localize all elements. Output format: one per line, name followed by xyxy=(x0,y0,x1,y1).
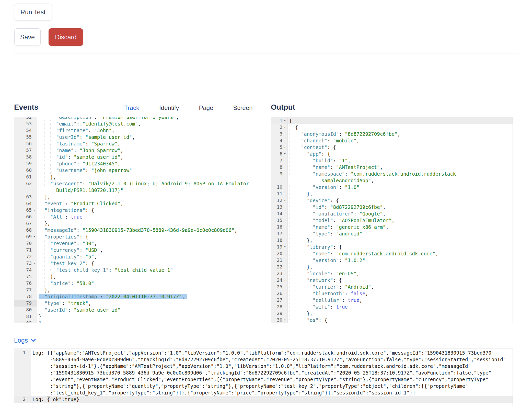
json-atom: false xyxy=(351,291,365,296)
code-text: Log: {"ok":true} xyxy=(31,396,513,403)
indent-guide xyxy=(39,267,44,273)
logs-editor[interactable]: 1Log: [{"appName":"AMTestProject","appVe… xyxy=(14,348,513,407)
json-string: "USD" xyxy=(85,247,100,253)
line-number: 3 xyxy=(271,131,282,137)
code-token: : xyxy=(79,134,85,140)
tab-screen[interactable]: Screen xyxy=(233,104,253,111)
fold-arrow-icon[interactable]: ▾ xyxy=(32,233,37,240)
indent-guide xyxy=(307,171,313,177)
indent-guide xyxy=(39,273,44,280)
logs-toggle[interactable]: Logs xyxy=(14,337,36,344)
code-line: 21"version": "1.0.2" xyxy=(271,257,513,264)
json-key: "integrations" xyxy=(44,207,85,213)
fold-arrow-icon[interactable]: ▾ xyxy=(32,260,37,267)
line-number: 69 xyxy=(14,233,32,240)
fold-arrow-icon[interactable]: ▾ xyxy=(282,197,287,204)
code-line: 14"manufacturer": "Google", xyxy=(271,210,513,217)
line-number: 14 xyxy=(271,210,282,217)
editor-gutter: 79 xyxy=(14,300,37,307)
indent-guide xyxy=(295,237,301,244)
indent-guide xyxy=(295,164,301,171)
line-number: 65 xyxy=(14,207,32,213)
output-json-editor[interactable]: 1▾[2▾{3"anonymousId": "8d872292709c6fbe"… xyxy=(271,117,513,323)
events-panel-header: Events TrackIdentifyPageScreen xyxy=(14,103,258,114)
indent-guide xyxy=(289,270,295,277)
code-token: [ xyxy=(289,118,292,123)
editor-gutter: 61 xyxy=(14,174,37,180)
fold-arrow-icon[interactable]: ▾ xyxy=(282,244,287,250)
fold-arrow-icon[interactable]: ▾ xyxy=(282,117,287,124)
code-token: , xyxy=(397,131,400,137)
indent-guide xyxy=(39,134,44,140)
code-token: }, xyxy=(307,191,313,197)
fold-arrow-icon[interactable]: ▾ xyxy=(32,207,37,213)
code-token: : xyxy=(330,271,336,276)
save-button[interactable]: Save xyxy=(14,28,41,46)
discard-button[interactable]: Discard xyxy=(49,28,83,46)
line-number: 27 xyxy=(271,297,282,303)
code-token: }, xyxy=(307,264,313,270)
editor-gutter: 60 xyxy=(14,167,37,174)
indent-guide xyxy=(289,164,295,171)
editor-gutter: 57 xyxy=(14,147,37,154)
fold-arrow-icon[interactable]: ▾ xyxy=(282,151,287,157)
fold-arrow-icon[interactable]: ▾ xyxy=(282,317,287,323)
code-text: "id": "sample_user_id", xyxy=(37,154,258,160)
code-token: , xyxy=(100,247,103,253)
text-cursor xyxy=(80,397,80,402)
code-text: "description": "Premium user for 5 years… xyxy=(37,117,258,120)
json-key: "device" xyxy=(307,198,330,203)
code-token: , xyxy=(348,158,351,163)
code-line: 75}, xyxy=(14,273,258,280)
code-text: "userId": "sample_user_id", xyxy=(37,134,258,140)
code-line: 2Log: {"ok":true} xyxy=(14,396,513,403)
code-token: : xyxy=(71,280,77,286)
indent-guide xyxy=(39,227,44,233)
editor-gutter: 1▾ xyxy=(271,117,288,124)
code-text: "cellular": true, xyxy=(288,297,513,303)
code-token: , xyxy=(435,251,438,256)
indent-guide xyxy=(295,257,301,264)
indent-guide xyxy=(39,117,44,120)
json-string: "1590431830915-73bed370-5889-436d-9a9e-0… xyxy=(83,227,235,233)
indent-guide xyxy=(301,217,307,224)
json-key: "userId" xyxy=(44,307,68,313)
code-text: "library": { xyxy=(288,244,513,250)
indent-guide xyxy=(289,131,295,137)
run-test-button[interactable]: Run Test xyxy=(14,4,52,20)
tab-identify[interactable]: Identify xyxy=(159,104,179,111)
editor-gutter: 27 xyxy=(271,297,288,303)
editor-gutter: 74 xyxy=(14,267,37,273)
code-line: 66"All": true xyxy=(14,213,258,220)
indent-guide xyxy=(50,267,56,273)
fold-arrow-icon[interactable]: ▾ xyxy=(282,144,287,151)
fold-arrow-icon[interactable]: ▾ xyxy=(282,124,287,131)
indent-guide xyxy=(301,157,307,164)
line-number: 55 xyxy=(14,134,32,140)
code-token: : xyxy=(100,294,106,299)
code-line: 27"cellular": true, xyxy=(271,297,513,303)
fold-arrow-icon[interactable]: ▾ xyxy=(282,277,287,284)
json-key: "name" xyxy=(56,148,74,153)
editor-gutter: 11 xyxy=(271,190,288,197)
indent-guide xyxy=(289,257,295,264)
indent-guide xyxy=(39,307,44,313)
code-line: 65▾"integrations": { xyxy=(14,207,258,213)
code-token: :"session-id-1"},{"appName":"AMTestProje… xyxy=(32,363,471,369)
json-key: "wifi" xyxy=(313,304,330,310)
code-text: "manufacturer": "Google", xyxy=(288,210,513,217)
indent-guide xyxy=(44,117,50,120)
tab-page[interactable]: Page xyxy=(199,104,213,111)
code-text: }, xyxy=(37,220,258,227)
editor-gutter: 2▾ xyxy=(271,124,288,131)
code-token: }, xyxy=(44,194,50,200)
line-number: 10 xyxy=(271,184,282,190)
chevron-down-icon xyxy=(30,338,36,342)
events-json-editor[interactable]: 52"description": "Premium user for 5 yea… xyxy=(14,117,258,323)
indent-guide xyxy=(295,230,301,237)
code-line: 20"name": "com.rudderstack.android.sdk.c… xyxy=(271,250,513,257)
json-key: "firstname" xyxy=(56,128,88,133)
tab-track[interactable]: Track xyxy=(124,104,139,111)
code-token: { xyxy=(295,125,298,130)
json-key: "price" xyxy=(50,280,71,286)
